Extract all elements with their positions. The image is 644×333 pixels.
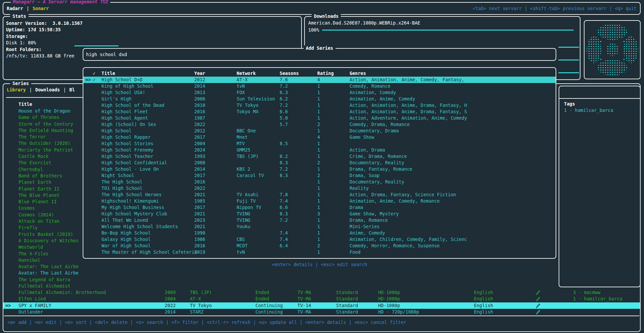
library-item[interactable]: The Legend of Korra [3,277,83,283]
series-row[interactable]: Fullmetal Alchemist: Brotherhood2009TBS … [3,289,640,296]
series-result-row[interactable]: High School Rapper2017Mnet4Game Show [83,134,556,140]
library-column-header: Title [18,101,32,107]
tab-sonarr[interactable]: Sonarr [33,6,49,11]
series-tab-blocklist[interactable]: Bl [69,87,75,92]
series-result-row[interactable]: Galaxy High School1986CBS7.41Animation, … [83,236,556,243]
selection-arrow [85,153,93,160]
library-item[interactable]: Band of Brothers [3,173,83,179]
col-seasons: Seasons [280,70,317,77]
series-result-row[interactable]: High School Mystery Club2021TVING8.33Gam… [83,211,556,217]
library-item[interactable]: Castle Rock [3,153,83,160]
library-item[interactable]: Storm of the Century [3,121,83,127]
series-result-row[interactable]: High School - Love On2014KBS 27.21Drama,… [83,166,556,172]
result-genres: Action, Drama [350,147,556,153]
result-title: High School of the Dead [102,102,194,109]
series-result-row[interactable]: High (School) On Sex20225.72Comedy, Dram… [83,121,556,128]
result-rating: 1 [317,198,350,204]
selection-arrow [85,217,93,223]
library-item[interactable]: Hannibal [3,257,83,263]
series-row[interactable]: Elfen Lied2004AT-XEndedTV-MAStandardHD-1… [3,296,640,302]
library-item[interactable]: The Exorcist [3,160,83,166]
library-item[interactable]: Avatar: The Last Airbe [3,270,83,276]
result-network: Tokyo MX [237,109,280,115]
series-result-row[interactable]: TO1 High School20221Reality [83,185,556,192]
search-input[interactable] [86,49,550,59]
series-result-row[interactable]: King of High School2014tvN7.21Comedy, Ro… [83,83,556,89]
library-item[interactable]: Fruits Basket (2019) [3,231,83,238]
col-year: Year [194,70,237,77]
series-row[interactable]: =>SPY x FAMILY2022TV TokyoContinuingTV-1… [3,302,640,309]
series-result-row[interactable]: High School2012BBC One1Documentary, Dram… [83,128,556,134]
stat-line: Sonarr Version: 3.0.10.1567 [6,20,298,27]
series-panel-title: Series [10,81,31,86]
library-item[interactable]: Fullmetal Alchemist [3,283,83,289]
selection-arrow [85,121,93,128]
series-result-row[interactable]: Girl's High2006Sun Television6.21Animati… [83,96,556,102]
series-result-row[interactable]: High School Frenemy2024GMM251Action, Dra… [83,147,556,153]
series-result-row[interactable]: My High School Business2017Nippon TV6.61… [83,204,556,211]
series-result-row[interactable]: All That We Loved2023TVING7.21Drama, Rom… [83,217,556,223]
library-item[interactable]: House of the Dragon [3,108,83,114]
checked-mark: ✓ [93,77,102,83]
library-item[interactable]: Chernobyl [3,166,83,173]
result-seasons [280,179,317,185]
library-item[interactable]: The Outsider (2020) [3,140,83,147]
series-result-row[interactable]: High School Fleet2016Tokyo MX6.61Action,… [83,109,556,115]
library-item[interactable]: Moriarty the Patriot [3,147,83,153]
series-result-row[interactable]: Night School2017Caracol TV8.32Drama, Soa… [83,172,556,179]
result-seasons: 8.3 [280,172,317,179]
result-title: High School Stories [102,140,194,147]
series-result-row[interactable]: Be-Bop High School19907.41Anime, Comedy [83,230,556,236]
library-item[interactable]: A Discovery of Witches [3,238,83,244]
library-item[interactable]: The Enfield Haunting [3,127,83,134]
library-item[interactable]: Blue Planet II [3,199,83,205]
series-result-row[interactable]: High School Agent19875.01Action, Adventu… [83,115,556,121]
series-result-row[interactable]: High School of the Dead2010TV Tokyo7.21A… [83,102,556,109]
result-title: High School Agent [102,115,194,121]
result-rating: 2 [317,172,350,179]
series-result-row[interactable]: =>✓High School D×D2012AT-X7.64Action, An… [83,77,556,83]
series-result-row[interactable]: High School Teacher1993TBS (JP)8.21Crime… [83,153,556,160]
selection-arrow [3,309,16,315]
result-rating: 1 [317,179,350,185]
series-result-row[interactable]: Welcome High School Students2021Youku1Mi… [83,223,556,230]
series-quality: HD - 720p/1080p [378,309,474,315]
result-title: The High School [102,179,194,185]
result-rating: 1 [317,217,350,223]
series-year: 2004 [165,296,190,302]
result-network: TBS (JP) [237,153,280,160]
library-item[interactable]: Planet Earth [3,179,83,185]
result-rating: 1 [317,204,350,211]
library-item[interactable]: Cosmos (2014) [3,212,83,218]
checked-mark [93,243,102,249]
result-network: Caracol TV [237,172,280,179]
series-result-row[interactable]: The High School20161Documentary, Reality [83,179,556,185]
library-item[interactable]: Firefly [3,224,83,231]
library-item[interactable]: Attack on Titan [3,218,83,224]
tab-radarr[interactable]: Radarr [7,6,23,11]
series-row[interactable]: Outlander2014STARZContinuingTV-MAStandar… [3,309,640,315]
library-item[interactable]: The Blue Planet [3,192,83,199]
result-seasons [280,128,317,134]
library-item[interactable]: The Terror [3,134,83,140]
series-tab-library[interactable]: Library [7,87,26,92]
series-result-row[interactable]: High School Stories2004MTV8.51 [83,140,556,147]
series-tab-downloads[interactable]: Downloads [35,87,60,92]
library-item[interactable]: The X-Files [3,251,83,257]
series-result-row[interactable]: High School USA!2013FOX6.31Animation, Co… [83,89,556,96]
library-item[interactable]: Game of Thrones [3,114,83,121]
library-item[interactable]: Avatar: The Last Airbe [3,263,83,270]
series-result-row[interactable]: Highschool! Kimengumi1985Fuji TV7.41Anim… [83,198,556,204]
download-percent: 100% [308,27,319,33]
library-item[interactable]: Planet Earth II [3,186,83,192]
stat-line-text: Storage: [6,34,28,39]
result-seasons: 5.7 [280,121,317,128]
disk-usage-gauge [74,45,119,46]
result-title: TO1 High School [102,185,194,192]
series-result-row[interactable]: The Master of High School Cafeteria2019t… [83,249,556,255]
library-item[interactable]: Westworld [3,244,83,250]
series-result-row[interactable]: High School Confidential20088.32Document… [83,160,556,166]
library-item[interactable]: Cosmos [3,205,83,211]
series-result-row[interactable]: War of High School2016MCOT6.42Comedy, Ho… [83,243,556,249]
series-result-row[interactable]: The High School Heroes2021TV Asahi7.81Ac… [83,192,556,198]
